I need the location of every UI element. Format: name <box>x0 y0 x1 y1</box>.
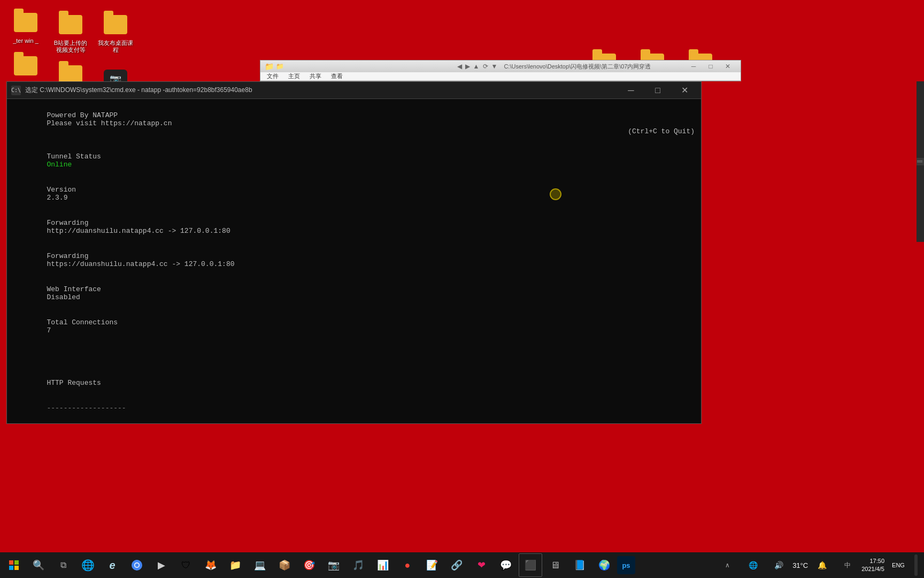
taskbar-app1-icon[interactable]: 💻 <box>248 553 272 577</box>
cmd-minimize-button[interactable]: ─ <box>619 83 643 97</box>
cmd-blank3 <box>13 362 695 370</box>
weather-temp: 31°C <box>792 561 808 569</box>
cmd-blank2 <box>13 353 695 361</box>
taskbar-folder-icon[interactable]: 📁 <box>224 553 247 577</box>
language-indicator[interactable]: ENG <box>887 553 910 577</box>
taskbar-ie-icon[interactable]: e <box>101 553 124 577</box>
svg-rect-1 <box>14 560 19 565</box>
fe-tab-share[interactable]: 共享 <box>305 72 326 80</box>
taskbar-media-player[interactable]: ▶ <box>150 553 173 577</box>
side-panel-button[interactable]: || <box>917 158 924 165</box>
fe-maximize-button[interactable]: □ <box>702 60 719 72</box>
cmd-http-req-0: GET / 404 Not Found <box>13 421 695 423</box>
taskbar-wechat-icon[interactable]: 💬 <box>494 553 518 577</box>
taskbar-unknown1[interactable]: 🦊 <box>199 553 222 577</box>
volume-icon[interactable]: 🔊 <box>767 553 790 577</box>
taskbar-vscode-icon[interactable]: 📘 <box>568 553 591 577</box>
show-hidden-icons-button[interactable]: ∧ <box>715 553 739 577</box>
current-time: 17:50 <box>869 557 884 565</box>
taskbar-app9-icon[interactable]: 🔗 <box>445 553 468 577</box>
cmd-close-button[interactable]: ✕ <box>672 83 697 97</box>
taskbar-app10-icon[interactable]: ❤ <box>469 553 493 577</box>
cmd-window-controls: ─ □ ✕ <box>619 83 697 97</box>
cmd-titlebar: C:\ 选定 C:\WINDOWS\system32\cmd.exe - nat… <box>7 82 701 99</box>
svg-rect-3 <box>14 566 19 570</box>
fe-minimize-button[interactable]: ─ <box>685 60 702 72</box>
svg-point-6 <box>135 564 139 567</box>
file-explorer-path: C:\Users\lenovo\Desktop\闪电修视频\第二章\07内网穿透 <box>504 63 683 71</box>
cmd-maximize-button[interactable]: □ <box>645 83 670 97</box>
taskbar-app8-icon[interactable]: 📝 <box>420 553 444 577</box>
cmd-blank1 <box>13 344 695 352</box>
file-explorer-tabs: 文件 主页 共享 查看 <box>260 72 741 81</box>
cmd-total-connections-line: Total Connections 7 <box>13 310 695 343</box>
fe-close-button[interactable]: ✕ <box>719 60 736 72</box>
fe-tab-file[interactable]: 文件 <box>263 72 283 80</box>
cmd-content[interactable]: Powered By NATAPP Please visit https://n… <box>7 99 701 423</box>
taskbar-browser2-icon[interactable]: 🌍 <box>592 553 616 577</box>
cmd-http-title-line: HTTP Requests <box>13 371 695 395</box>
fe-tab-view[interactable]: 查看 <box>327 72 347 80</box>
taskbar-ps-icon[interactable]: ps <box>617 556 635 574</box>
notification-icon[interactable]: 🔔 <box>810 553 834 577</box>
taskbar-app6-icon[interactable]: 📊 <box>371 553 395 577</box>
file-explorer-window: 📁 📁 ◀ ▶ ▲ ⟳ ▼ C:\Users\lenovo\Desktop\闪电… <box>260 60 741 81</box>
ime-icon[interactable]: 中 <box>836 553 859 577</box>
taskbar-cmd2-icon[interactable]: 🖥 <box>543 553 567 577</box>
cmd-web-interface-line: Web Interface Disabled <box>13 277 695 309</box>
cmd-powered-by-line: Powered By NATAPP Please visit https://n… <box>13 103 695 143</box>
file-explorer-titlebar[interactable]: 📁 📁 ◀ ▶ ▲ ⟳ ▼ C:\Users\lenovo\Desktop\闪电… <box>260 60 741 72</box>
show-desktop-button[interactable] <box>914 554 918 576</box>
desktop-icon-ter-win[interactable]: _ter win _ <box>4 6 47 48</box>
taskbar-360-icon[interactable]: 🛡 <box>174 553 198 577</box>
side-panel[interactable]: || <box>917 81 924 242</box>
svg-rect-0 <box>9 560 13 565</box>
taskbar-start-button[interactable] <box>2 553 26 577</box>
taskbar: 🔍 ⧉ 🌐 e ▶ 🛡 🦊 📁 💻 📦 🎯 📷 🎵 📊 ● 📝 🔗 ❤ 💬 ⬛ … <box>0 552 924 578</box>
taskbar-task-view[interactable]: ⧉ <box>51 553 75 577</box>
desktop-icon-bilibili[interactable]: B站要上传的视频支付等 <box>49 9 92 57</box>
taskbar-edge-icon[interactable]: 🌐 <box>76 553 99 577</box>
fe-tab-home[interactable]: 主页 <box>284 72 304 80</box>
svg-rect-2 <box>9 566 13 570</box>
cmd-forwarding1-line: Forwarding http://duanshuilu.natapp4.cc … <box>13 211 695 243</box>
taskbar-app4-icon[interactable]: 📷 <box>322 553 345 577</box>
cmd-http-divider-line: ------------------- <box>13 396 695 420</box>
network-icon[interactable]: 🌐 <box>741 553 765 577</box>
taskbar-chrome-icon[interactable] <box>125 553 149 577</box>
desktop-icon-woyou[interactable]: 我友布桌面课程 <box>94 9 137 57</box>
taskbar-search-button[interactable]: 🔍 <box>27 553 50 577</box>
taskbar-terminal-icon[interactable]: ⬛ <box>519 553 542 577</box>
cmd-app-icon: C:\ <box>11 86 21 95</box>
taskbar-app2-icon[interactable]: 📦 <box>273 553 296 577</box>
cmd-tunnel-status-line: Tunnel Status Online <box>13 144 695 177</box>
cmd-forwarding2-line: Forwarding https://duanshuilu.natapp4.cc… <box>13 244 695 276</box>
clock-display[interactable]: 17:50 2021/4/5 <box>861 557 884 574</box>
taskbar-app3-icon[interactable]: 🎯 <box>297 553 321 577</box>
cmd-window: C:\ 选定 C:\WINDOWS\system32\cmd.exe - nat… <box>6 81 702 424</box>
cmd-window-title: 选定 C:\WINDOWS\system32\cmd.exe - natapp … <box>25 86 614 95</box>
taskbar-app5-icon[interactable]: 🎵 <box>346 553 370 577</box>
current-date: 2021/4/5 <box>861 565 884 573</box>
file-explorer-title: 📁 <box>276 63 455 70</box>
taskbar-tray: ∧ 🌐 🔊 31°C 🔔 中 17:50 2021/4/5 ENG <box>715 553 922 577</box>
desktop: _ter win _ 查线只（APP+H5+...) vue_test_h...… <box>0 0 924 578</box>
cmd-version-line: Version 2.3.9 <box>13 178 695 210</box>
taskbar-app7-icon[interactable]: ● <box>396 553 419 577</box>
